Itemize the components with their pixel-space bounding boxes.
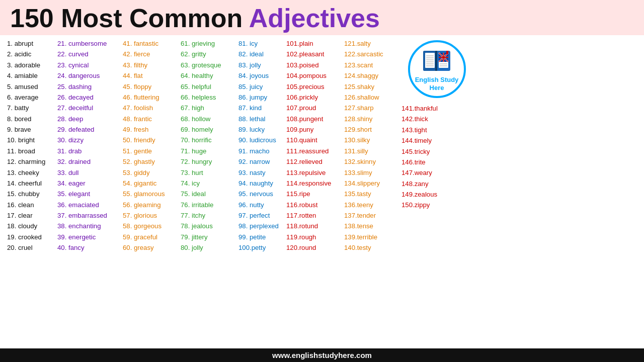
list-item: 42. fierce [123, 49, 181, 59]
list-item: 90. ludicrous [238, 135, 286, 145]
list-item: 11. broad [7, 146, 57, 156]
list-item: 24. dangerous [57, 70, 123, 81]
list-item: 150.zippy [401, 200, 472, 210]
list-item: 14. cheerful [7, 178, 57, 189]
list-item: 2. acidic [7, 49, 57, 59]
list-item: 25. dashing [57, 81, 123, 92]
list-item: 70. horrific [181, 135, 238, 145]
content-area: 1. abrupt2. acidic3. adorable4. amiable5… [0, 35, 644, 348]
page-title: 150 Most Common Adjectives [10, 5, 634, 31]
list-item: 16. clean [7, 200, 57, 210]
list-item: 40. fancy [57, 242, 123, 253]
list-item: 88. lethal [238, 114, 286, 124]
list-item: 34. eager [57, 178, 123, 189]
logo-and-extras: English Study Here 141.thankful142.thick… [401, 38, 472, 346]
list-item: 19. crooked [7, 232, 57, 242]
list-item: 46. fluttering [123, 92, 181, 103]
list-item: 125.shaky [344, 81, 399, 92]
list-item: 113.repulsive [286, 167, 344, 178]
list-item: 146.trite [401, 157, 472, 167]
list-item: 82. ideal [238, 49, 286, 59]
list-item: 44. flat [123, 70, 181, 81]
list-item: 49. fresh [123, 124, 181, 135]
list-item: 96. nutty [238, 200, 286, 210]
list-item: 38. enchanting [57, 221, 123, 231]
list-item: 52. ghastly [123, 156, 181, 167]
list-item: 104.pompous [286, 70, 344, 81]
list-item: 109.puny [286, 124, 344, 135]
list-item: 63. grotesque [181, 60, 238, 70]
footer: www.englishstudyhere.com [0, 348, 644, 362]
list-item: 148.zany [401, 178, 472, 189]
list-item: 115.ripe [286, 189, 344, 199]
main-container: 150 Most Common Adjectives 1. abrupt2. a… [0, 0, 644, 362]
title-black: 150 Most Common [10, 4, 249, 33]
list-item: 78. jealous [181, 221, 238, 231]
list-item: 92. narrow [238, 156, 286, 167]
list-item: 9. brave [7, 124, 57, 135]
list-item: 119.rough [286, 232, 344, 242]
list-item: 143.tight [401, 125, 472, 135]
list-item: 13. cheeky [7, 167, 57, 178]
footer-url: www.englishstudyhere.com [272, 351, 372, 359]
list-item: 76. irritable [181, 200, 238, 210]
list-item: 77. itchy [181, 210, 238, 221]
logo-text: English Study Here [415, 76, 459, 92]
list-item: 86. jumpy [238, 92, 286, 103]
list-item: 94. naughty [238, 178, 286, 189]
list-item: 89. lucky [238, 124, 286, 135]
list-item: 122.sarcastic [344, 49, 399, 59]
list-item: 117.rotten [286, 210, 344, 221]
list-item: 135.tasty [344, 189, 399, 199]
list-item: 95. nervous [238, 189, 286, 199]
list-item: 105.precious [286, 81, 344, 92]
list-item: 68. hollow [181, 114, 238, 124]
column-2: 21. cumbersome22. curved23. cynical24. d… [57, 38, 123, 346]
list-item: 33. dull [57, 167, 123, 178]
list-item: 71. huge [181, 146, 238, 156]
list-item: 112.relieved [286, 156, 344, 167]
list-item: 67. high [181, 103, 238, 113]
list-item: 54. gigantic [123, 178, 181, 189]
list-item: 137.tender [344, 210, 399, 221]
header: 150 Most Common Adjectives [0, 0, 644, 35]
list-item: 17. clear [7, 210, 57, 221]
list-item: 123.scant [344, 60, 399, 70]
list-item: 108.pungent [286, 114, 344, 124]
list-item: 103.poised [286, 60, 344, 70]
list-item: 133.slimy [344, 167, 399, 178]
list-item: 85. juicy [238, 81, 286, 92]
list-item: 73. hurt [181, 167, 238, 178]
list-item: 21. cumbersome [57, 38, 123, 49]
list-item: 5. amused [7, 81, 57, 92]
list-item: 15. chubby [7, 189, 57, 199]
list-item: 28. deep [57, 114, 123, 124]
column-3: 41. fantastic42. fierce43. filthy44. fla… [123, 38, 181, 346]
list-item: 10. bright [7, 135, 57, 145]
list-item: 141.thankful [401, 103, 472, 114]
list-item: 65. helpful [181, 81, 238, 92]
column-1: 1. abrupt2. acidic3. adorable4. amiable5… [7, 38, 57, 346]
list-item: 39. energetic [57, 232, 123, 242]
list-item: 22. curved [57, 49, 123, 59]
list-item: 142.thick [401, 114, 472, 124]
list-item: 80. jolly [181, 242, 238, 253]
logo-circle: English Study Here [408, 40, 466, 98]
list-item: 61. grieving [181, 38, 238, 49]
column-9: 141.thankful142.thick143.tight144.timely… [401, 103, 472, 211]
list-item: 55. glamorous [123, 189, 181, 199]
list-item: 51. gentle [123, 146, 181, 156]
list-item: 116.robust [286, 200, 344, 210]
list-item: 7. batty [7, 103, 57, 113]
column-4: 61. grieving62. gritty63. grotesque64. h… [181, 38, 238, 346]
list-item: 50. friendly [123, 135, 181, 145]
list-item: 75. ideal [181, 189, 238, 199]
list-item: 130.silky [344, 135, 399, 145]
list-item: 136.teeny [344, 200, 399, 210]
svg-rect-2 [435, 51, 437, 71]
list-item: 131.silly [344, 146, 399, 156]
list-item: 30. dizzy [57, 135, 123, 145]
list-item: 18. cloudy [7, 221, 57, 231]
list-item: 27. deceitful [57, 103, 123, 113]
list-item: 26. decayed [57, 92, 123, 103]
